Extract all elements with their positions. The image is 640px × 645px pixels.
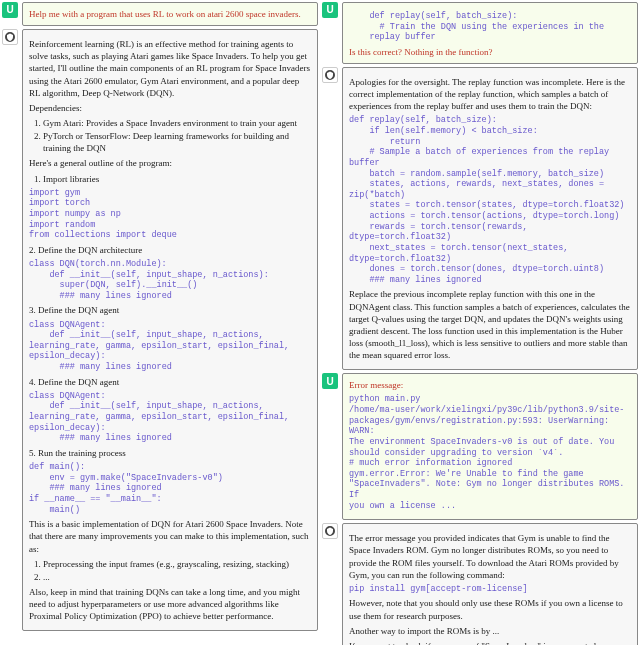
outline-heading: Here's a general outline of the program:	[29, 157, 311, 169]
section-3: 3. Define the DQN agent	[29, 304, 311, 316]
user-bubble-2: def replay(self, batch_size): # Train th…	[342, 2, 638, 64]
asst1-intro: Reinforcement learning (RL) is an effect…	[29, 38, 311, 99]
assistant-message-2: Apologies for the oversight. The replay …	[322, 67, 638, 370]
user-text-1: Help me with a program that uses RL to w…	[29, 9, 301, 19]
user-avatar: U	[322, 373, 338, 389]
assistant-bubble-2: Apologies for the oversight. The replay …	[342, 67, 638, 370]
user-text-2: Is this correct? Nothing in the function…	[349, 47, 492, 57]
section-4: 4. Define the DQN agent	[29, 376, 311, 388]
assistant-avatar	[322, 67, 338, 83]
left-column: U Help me with a program that uses RL to…	[2, 2, 318, 643]
asst3-p1: The error message you provided indicates…	[349, 532, 631, 581]
deps-heading: Dependencies:	[29, 102, 311, 114]
code-main: def main(): env = gym.make("SpaceInvader…	[29, 462, 311, 515]
code-agent-1: class DQNAgent: def __init__(self, input…	[29, 320, 311, 373]
asst1-note: Also, keep in mind that training DQNs ca…	[29, 586, 311, 622]
assistant-bubble-3: The error message you provided indicates…	[342, 523, 638, 645]
asst3-p2: However, note that you should only use t…	[349, 597, 631, 621]
code-replay-stub: def replay(self, batch_size): # Train th…	[349, 11, 631, 43]
code-imports: import gym import torch import numpy as …	[29, 188, 311, 241]
code-agent-2: class DQNAgent: def __init__(self, input…	[29, 391, 311, 444]
user-bubble-1: Help me with a program that uses RL to w…	[22, 2, 318, 26]
user-text-3: Error message:	[349, 380, 403, 390]
outline-item: Import libraries	[43, 173, 311, 185]
outline-list: Import libraries	[43, 173, 311, 185]
user-message-3: U Error message: python main.py /home/ma…	[322, 373, 638, 520]
assistant-bubble-1: Reinforcement learning (RL) is an effect…	[22, 29, 318, 631]
user-message-2: U def replay(self, batch_size): # Train …	[322, 2, 638, 64]
assistant-message-3: The error message you provided indicates…	[322, 523, 638, 645]
code-replay-full: def replay(self, batch_size): if len(sel…	[349, 115, 631, 285]
assistant-message-1: Reinforcement learning (RL) is an effect…	[2, 29, 318, 631]
user-message-1: U Help me with a program that uses RL to…	[2, 2, 318, 26]
assistant-avatar	[322, 523, 338, 539]
dep-item: Gym Atari: Provides a Space Invaders env…	[43, 117, 311, 129]
improvements-list: Preprocessing the input frames (e.g., gr…	[43, 558, 311, 583]
asst1-summary: This is a basic implementation of DQN fo…	[29, 518, 311, 554]
dep-item: PyTorch or TensorFlow: Deep learning fra…	[43, 130, 311, 154]
chatgpt-icon	[324, 525, 336, 537]
assistant-avatar	[2, 29, 18, 45]
code-error-output: python main.py /home/ma-user/work/xielin…	[349, 394, 631, 511]
improvement-item: Preprocessing the input frames (e.g., gr…	[43, 558, 311, 570]
user-avatar: U	[322, 2, 338, 18]
code-dqn-class: class DQN(torch.nn.Module): def __init__…	[29, 259, 311, 302]
user-bubble-3: Error message: python main.py /home/ma-u…	[342, 373, 638, 520]
asst3-p4: If you want to check if your copy of "Sp…	[349, 640, 631, 645]
section-2: 2. Define the DQN architecture	[29, 244, 311, 256]
chatgpt-icon	[324, 69, 336, 81]
code-pip-install: pip install gym[accept-rom-license]	[349, 584, 631, 595]
user-avatar: U	[2, 2, 18, 18]
right-column: U def replay(self, batch_size): # Train …	[322, 2, 638, 643]
asst2-intro: Apologies for the oversight. The replay …	[349, 76, 631, 112]
chatgpt-icon	[4, 31, 16, 43]
asst2-explain: Replace the previous incomplete replay f…	[349, 288, 631, 361]
asst3-p3: Another way to import the ROMs is by ...	[349, 625, 631, 637]
deps-list: Gym Atari: Provides a Space Invaders env…	[43, 117, 311, 154]
section-5: 5. Run the training process	[29, 447, 311, 459]
improvement-item: ...	[43, 571, 311, 583]
